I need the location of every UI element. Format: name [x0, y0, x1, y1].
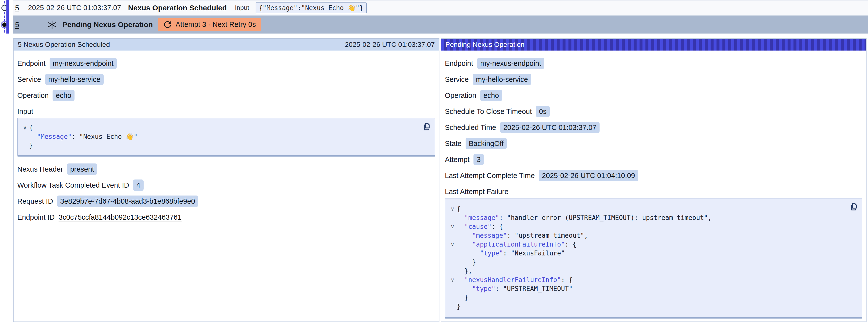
retry-badge-text: Attempt 3 · Next Retry 0s — [176, 21, 256, 29]
field-value-chip: 3e829b7e-7d67-4b08-aad3-b1e868bfe9e0 — [57, 195, 198, 207]
code-line: ∨{ — [21, 123, 420, 132]
field-value-chip: my-hello-service — [45, 74, 104, 85]
code-text: "type": "UPSTREAM_TIMEOUT" — [457, 284, 573, 293]
pending-panel-header: Pending Nexus Operation — [441, 39, 866, 51]
field-endpoint-id: Endpoint ID 3c0c75ccfa8144b092c13ce63246… — [17, 212, 435, 223]
retry-icon — [163, 21, 172, 29]
pending-event-id-link[interactable]: 5 — [15, 21, 19, 29]
endpoint-id-link[interactable]: 3c0c75ccfa8144b092c13ce632463761 — [59, 213, 182, 221]
field-label: Service — [445, 75, 469, 84]
field-label: Operation — [445, 92, 476, 100]
event-id-link[interactable]: 5 — [15, 4, 19, 12]
code-line: } — [448, 258, 847, 266]
code-line: ∨ "applicationFailureInfo": { — [448, 240, 847, 249]
code-text: { — [29, 123, 33, 132]
collapse-chevron-icon[interactable]: ∨ — [448, 204, 457, 213]
field-value-chip: my-nexus-endpoint — [477, 58, 545, 69]
field-label: Scheduled Time — [445, 124, 496, 132]
field-value-chip: echo — [53, 90, 74, 101]
field-label: Service — [17, 75, 41, 84]
scheduled-panel-timestamp: 2025-02-26 UTC 01:03:37.07 — [345, 41, 435, 49]
field-workflow-task-completed-event-id: Workflow Task Completed Event ID 4 — [17, 180, 435, 191]
code-text: } — [29, 141, 33, 150]
copy-button[interactable] — [849, 202, 858, 211]
code-text: "applicationFailureInfo": { — [457, 240, 576, 249]
collapse-chevron-icon[interactable]: ∨ — [448, 240, 457, 249]
field-label: Last Attempt Complete Time — [445, 171, 535, 180]
scheduled-panel-header: 5 Nexus Operation Scheduled 2025-02-26 U… — [13, 39, 439, 51]
event-timestamp: 2025-02-26 UTC 01:03:37.07 — [28, 4, 121, 12]
event-title: Nexus Operation Scheduled — [128, 4, 227, 12]
code-line: ∨{ — [448, 204, 847, 213]
last-attempt-failure-label: Last Attempt Failure — [445, 187, 862, 196]
code-line: "type": "NexusFailure" — [448, 249, 847, 258]
code-line: "message": "upstream timeout", — [448, 231, 847, 240]
field-label: Attempt — [445, 156, 469, 164]
pending-operation-detail-panel: Pending Nexus Operation Endpoint my-nexu… — [441, 38, 867, 322]
code-text: { — [457, 204, 461, 213]
code-line: }, — [448, 266, 847, 276]
event-input-chip[interactable]: {"Message":"Nexus Echo 👋"} — [256, 2, 367, 13]
field-operation: Operation echo — [445, 90, 862, 101]
event-history-view: 5 2025-02-26 UTC 01:03:37.07 Nexus Opera… — [0, 0, 868, 322]
field-scheduled-time: Scheduled Time 2025-02-26 UTC 01:03:37.0… — [445, 122, 862, 133]
pending-asterisk-icon — [47, 20, 57, 30]
field-value-chip: 2025-02-26 UTC 01:04:10.09 — [538, 170, 638, 181]
field-value-chip: 2025-02-26 UTC 01:03:37.07 — [500, 122, 599, 133]
field-attempt: Attempt 3 — [445, 154, 862, 165]
code-text: "message": "upstream timeout", — [457, 231, 588, 240]
code-line: } — [21, 141, 420, 150]
code-text: } — [457, 302, 461, 311]
collapse-chevron-icon[interactable]: ∨ — [448, 222, 457, 231]
field-value-chip: echo — [480, 90, 502, 101]
code-line: "type": "UPSTREAM_TIMEOUT" — [448, 284, 847, 293]
field-label: Request ID — [17, 197, 53, 205]
code-text: } — [457, 293, 468, 302]
field-service: Service my-hello-service — [445, 74, 862, 85]
code-text: "cause": { — [457, 222, 503, 231]
field-label: Schedule To Close Timeout — [445, 107, 532, 116]
field-request-id: Request ID 3e829b7e-7d67-4b08-aad3-b1e86… — [17, 195, 435, 207]
code-text: "type": "NexusFailure" — [457, 249, 565, 258]
code-line: "Message": "Nexus Echo 👋" — [21, 132, 420, 141]
field-value-chip: present — [67, 163, 97, 175]
retry-status-badge: Attempt 3 · Next Retry 0s — [158, 18, 261, 31]
pending-title: Pending Nexus Operation — [62, 21, 153, 29]
field-label: Endpoint — [17, 59, 45, 68]
timeline-gutter — [0, 0, 13, 49]
code-line: ∨ "nexusHandlerFailureInfo": { — [448, 276, 847, 284]
input-json-block: ∨{ "Message": "Nexus Echo 👋"} — [17, 118, 435, 157]
collapse-chevron-icon[interactable]: ∨ — [21, 123, 29, 132]
field-value-chip: BackingOff — [466, 138, 507, 149]
field-endpoint: Endpoint my-nexus-endpoint — [445, 58, 862, 69]
code-text: "Message": "Nexus Echo 👋" — [29, 132, 137, 141]
code-line: } — [448, 293, 847, 302]
field-label: Operation — [17, 92, 49, 100]
code-text: "message": "handler error (UPSTREAM_TIME… — [457, 213, 712, 222]
collapse-chevron-icon[interactable]: ∨ — [448, 276, 457, 284]
code-line: } — [448, 302, 847, 311]
field-endpoint: Endpoint my-nexus-endpoint — [17, 58, 435, 69]
scheduled-event-detail-panel: 5 Nexus Operation Scheduled 2025-02-26 U… — [13, 38, 439, 322]
field-label: Workflow Task Completed Event ID — [17, 181, 129, 189]
field-label: Endpoint ID — [17, 213, 55, 221]
input-section-label: Input — [17, 106, 435, 117]
event-row-nexus-operation-scheduled[interactable]: 5 2025-02-26 UTC 01:03:37.07 Nexus Opera… — [13, 0, 868, 15]
field-value-chip: my-hello-service — [473, 74, 531, 85]
field-service: Service my-hello-service — [17, 74, 435, 85]
field-state: State BackingOff — [445, 138, 862, 149]
scheduled-panel-title: 5 Nexus Operation Scheduled — [18, 41, 110, 49]
event-input-label: Input — [235, 4, 249, 11]
field-label: Nexus Header — [17, 165, 63, 173]
code-text: } — [457, 258, 476, 266]
field-value-chip: my-nexus-endpoint — [50, 58, 117, 69]
copy-button[interactable] — [422, 122, 431, 131]
field-value-chip: 0s — [536, 106, 550, 117]
code-text: "nexusHandlerFailureInfo": { — [457, 276, 573, 284]
field-label: State — [445, 139, 462, 148]
event-row-pending-nexus-operation[interactable]: 5 Pending Nexus Operation Attempt 3 · Ne… — [13, 15, 868, 34]
pending-panel-title: Pending Nexus Operation — [445, 41, 525, 49]
field-last-attempt-complete-time: Last Attempt Complete Time 2025-02-26 UT… — [445, 170, 862, 181]
last-attempt-failure-json-block: ∨{ "message": "handler error (UPSTREAM_T… — [445, 198, 862, 319]
field-value-chip: 4 — [133, 180, 143, 191]
